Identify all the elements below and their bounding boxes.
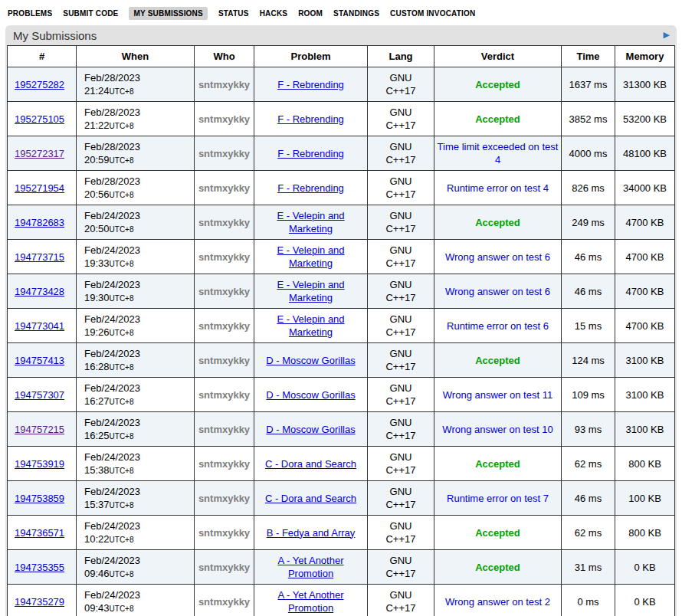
user-handle-link[interactable]: sntmxykky (198, 527, 250, 539)
nav-item-hacks[interactable]: HACKS (260, 9, 288, 18)
table-header-row: #WhenWhoProblemLangVerdictTimeMemory (8, 46, 675, 67)
memory: 34000 KB (615, 171, 675, 205)
submission-id-link[interactable]: 194782683 (15, 217, 64, 228)
submission-id-link[interactable]: 194757307 (15, 389, 64, 401)
submission-id-link[interactable]: 194773715 (15, 251, 64, 263)
verdict[interactable]: Runtime error on test 6 (447, 320, 549, 332)
user-handle-link[interactable]: sntmxykky (198, 596, 250, 608)
exec-time: 46 ms (562, 240, 615, 274)
user-handle-link[interactable]: sntmxykky (198, 113, 250, 125)
problem-link[interactable]: A - Yet Another Promotion (277, 589, 343, 614)
submission-id-link[interactable]: 194735279 (15, 596, 64, 608)
submission-lang: GNU C++17 (368, 205, 434, 240)
submission-id-link[interactable]: 195275282 (15, 79, 64, 90)
submission-id-link[interactable]: 194736571 (15, 527, 64, 539)
submission-row: 194773041Feb/24/202319:26UTC+8sntmxykkyE… (8, 309, 675, 343)
exec-time: 62 ms (562, 447, 615, 481)
verdict[interactable]: Accepted (475, 458, 520, 470)
verdict[interactable]: Accepted (475, 355, 520, 366)
problem-link[interactable]: F - Rebrending (277, 113, 344, 125)
submission-when: Feb/24/202309:46UTC+8 (77, 550, 195, 585)
verdict[interactable]: Accepted (475, 113, 520, 125)
problem-link[interactable]: F - Rebrending (277, 148, 344, 159)
nav-item-room[interactable]: ROOM (298, 9, 323, 18)
collapse-arrow-icon[interactable]: ▶ (664, 31, 670, 39)
submission-id-link[interactable]: 195271954 (15, 182, 64, 194)
problem-link[interactable]: E - Velepin and Marketing (277, 210, 344, 234)
exec-time: 826 ms (562, 171, 615, 205)
submission-row: 194753919Feb/24/202315:38UTC+8sntmxykkyC… (8, 447, 675, 481)
verdict[interactable]: Accepted (475, 79, 520, 90)
submission-lang: GNU C++17 (368, 447, 434, 481)
problem-link[interactable]: C - Dora and Search (265, 493, 356, 504)
submission-id-link[interactable]: 194757215 (15, 424, 64, 435)
submission-row: 194735355Feb/24/202309:46UTC+8sntmxykkyA… (8, 550, 675, 585)
nav-item-problems[interactable]: PROBLEMS (8, 9, 52, 18)
verdict[interactable]: Wrong answer on test 11 (443, 389, 552, 401)
problem-link[interactable]: F - Rebrending (277, 182, 344, 194)
submission-id-link[interactable]: 194773041 (15, 320, 64, 332)
submission-row: 195272317Feb/28/202320:59UTC+8sntmxykkyF… (8, 136, 675, 171)
submission-id-link[interactable]: 194753859 (15, 493, 64, 504)
nav-item-status[interactable]: STATUS (218, 9, 249, 18)
user-handle-link[interactable]: sntmxykky (198, 320, 250, 332)
nav-item-my-submissions[interactable]: MY SUBMISSIONS (129, 7, 207, 20)
user-handle-link[interactable]: sntmxykky (198, 424, 250, 435)
user-handle-link[interactable]: sntmxykky (198, 79, 250, 90)
problem-link[interactable]: A - Yet Another Promotion (277, 555, 343, 579)
problem-link[interactable]: F - Rebrending (277, 79, 344, 90)
user-handle-link[interactable]: sntmxykky (198, 562, 250, 573)
submission-id-link[interactable]: 195275105 (15, 113, 64, 125)
user-handle-link[interactable]: sntmxykky (198, 148, 250, 159)
problem-link[interactable]: D - Moscow Gorillas (266, 389, 355, 401)
user-handle-link[interactable]: sntmxykky (198, 251, 250, 263)
memory: 800 KB (615, 516, 675, 550)
submission-id-link[interactable]: 194773428 (15, 286, 64, 297)
problem-link[interactable]: D - Moscow Gorillas (266, 355, 355, 366)
submissions-panel: My Submissions ▶ #WhenWhoProblemLangVerd… (5, 25, 677, 616)
memory: 800 KB (615, 447, 675, 481)
column-header-memory: Memory (615, 46, 675, 67)
submission-when: Feb/28/202321:22UTC+8 (77, 102, 195, 136)
user-handle-link[interactable]: sntmxykky (198, 493, 250, 504)
verdict[interactable]: Wrong answer on test 6 (445, 251, 550, 263)
verdict[interactable]: Wrong answer on test 6 (445, 286, 550, 297)
problem-link[interactable]: E - Velepin and Marketing (277, 279, 344, 303)
verdict[interactable]: Accepted (475, 527, 520, 539)
verdict[interactable]: Accepted (475, 217, 520, 228)
submission-when: Feb/24/202315:37UTC+8 (77, 481, 195, 516)
verdict[interactable]: Time limit exceeded on test 4 (438, 141, 559, 165)
nav-item-submit-code[interactable]: SUBMIT CODE (63, 9, 118, 18)
problem-link[interactable]: D - Moscow Gorillas (266, 424, 355, 435)
user-handle-link[interactable]: sntmxykky (198, 458, 250, 470)
user-handle-link[interactable]: sntmxykky (198, 389, 250, 401)
problem-link[interactable]: B - Fedya and Array (267, 527, 356, 539)
submission-lang: GNU C++17 (368, 516, 434, 550)
user-handle-link[interactable]: sntmxykky (198, 355, 250, 366)
submission-when: Feb/24/202319:30UTC+8 (77, 274, 195, 309)
submission-id-link[interactable]: 194735355 (15, 562, 64, 573)
user-handle-link[interactable]: sntmxykky (198, 286, 250, 297)
submission-lang: GNU C++17 (368, 343, 434, 378)
submission-row: 194753859Feb/24/202315:37UTC+8sntmxykkyC… (8, 481, 675, 516)
submission-id-link[interactable]: 194757413 (15, 355, 64, 366)
verdict[interactable]: Wrong answer on test 10 (442, 424, 552, 435)
submission-row: 194782683Feb/24/202320:50UTC+8sntmxykkyE… (8, 205, 675, 240)
submission-id-link[interactable]: 194753919 (15, 458, 64, 470)
submission-row: 194735279Feb/24/202309:43UTC+8sntmxykkyA… (8, 585, 675, 616)
user-handle-link[interactable]: sntmxykky (198, 182, 250, 194)
exec-time: 109 ms (562, 378, 615, 412)
nav-item-standings[interactable]: STANDINGS (333, 9, 379, 18)
verdict[interactable]: Wrong answer on test 2 (445, 596, 550, 608)
memory: 53200 KB (615, 102, 675, 136)
user-handle-link[interactable]: sntmxykky (198, 217, 250, 228)
nav-item-custom-invocation[interactable]: CUSTOM INVOCATION (390, 9, 475, 18)
submission-when: Feb/24/202320:50UTC+8 (77, 205, 195, 240)
problem-link[interactable]: E - Velepin and Marketing (277, 313, 344, 338)
verdict[interactable]: Runtime error on test 7 (447, 493, 549, 504)
problem-link[interactable]: C - Dora and Search (265, 458, 356, 470)
verdict[interactable]: Accepted (475, 562, 520, 573)
problem-link[interactable]: E - Velepin and Marketing (277, 244, 344, 269)
submission-id-link[interactable]: 195272317 (15, 148, 64, 159)
verdict[interactable]: Runtime error on test 4 (447, 182, 549, 194)
